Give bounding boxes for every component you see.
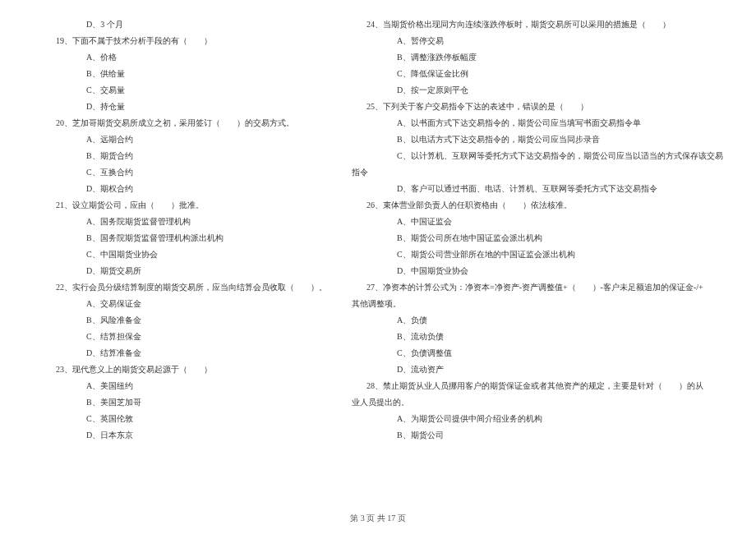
question-line: 23、现代意义上的期货交易起源于（ ） [41, 361, 327, 378]
option-line: D、结算准备金 [41, 345, 327, 361]
option-line: C、英国伦敦 [41, 411, 327, 427]
option-line: B、国务院期货监督管理机构派出机构 [41, 230, 327, 246]
option-line: D、期货交易所 [41, 263, 327, 279]
option-line: D、按一定原则平仓 [352, 82, 723, 99]
option-line: B、调整涨跌停板幅度 [352, 49, 723, 66]
question-line: 26、束体营业部负责人的任职资格由（ ）依法核准。 [352, 197, 723, 214]
page-footer: 第 3 页 共 17 页 [0, 513, 756, 524]
option-line: B、以电话方式下达交易指令的，期货公司应当同步录音 [352, 131, 723, 148]
option-line: D、3 个月 [41, 16, 327, 33]
option-line: D、持仓量 [41, 99, 327, 115]
right-column: 24、当期货价格出现同方向连续涨跌停板时，期货交易所可以采用的措施是（ ）A、暂… [352, 16, 723, 493]
question-line: 27、净资本的计算公式为：净资本=净资产-资产调整值+（ ）-客户未足额追加的保… [352, 279, 723, 296]
option-line: D、日本东京 [41, 427, 327, 444]
question-line: 21、设立期货公司，应由（ ）批准。 [41, 197, 327, 214]
option-line: A、美国纽约 [41, 378, 327, 394]
option-line: B、风险准备金 [41, 312, 327, 329]
question-line: 25、下列关于客户交易指令下达的表述中，错误的是（ ） [352, 99, 723, 115]
option-line: C、降低保证金比例 [352, 66, 723, 82]
question-line: 19、下面不属于技术分析手段的有（ ） [41, 33, 327, 49]
option-line: C、结算担保金 [41, 329, 327, 345]
option-line: C、交易量 [41, 82, 327, 99]
option-line: B、美国芝加哥 [41, 394, 327, 411]
continuation-line: 其他调整项。 [352, 296, 723, 312]
option-line: A、负债 [352, 312, 723, 329]
option-line: C、期货公司营业部所在地的中国证监会派出机构 [352, 246, 723, 263]
option-line: B、期货公司 [352, 427, 723, 444]
option-line: A、为期货公司提供中间介绍业务的机构 [352, 411, 723, 427]
continuation-line: 指令 [352, 164, 723, 181]
page-content: D、3 个月19、下面不属于技术分析手段的有（ ）A、价格B、供给量C、交易量D… [41, 16, 715, 493]
question-line: 22、实行会员分级结算制度的期货交易所，应当向结算会员收取（ ）。 [41, 279, 327, 296]
option-line: C、中国期货业协会 [41, 246, 327, 263]
option-line: C、互换合约 [41, 164, 327, 181]
option-line: B、供给量 [41, 66, 327, 82]
option-line: A、中国证监会 [352, 214, 723, 230]
question-line: 28、禁止期货从业人员挪用客户的期货保证金或者其他资产的规定，主要是针对（ ）的… [352, 378, 723, 394]
question-line: 20、芝加哥期货交易所成立之初，采用签订（ ）的交易方式。 [41, 115, 327, 131]
continuation-line: 业人员提出的。 [352, 394, 723, 411]
option-line: A、价格 [41, 49, 327, 66]
option-line: A、远期合约 [41, 131, 327, 148]
option-line: D、期权合约 [41, 181, 327, 197]
option-line: D、客户可以通过书面、电话、计算机、互联网等委托方式下达交易指令 [352, 181, 723, 197]
option-line: A、暂停交易 [352, 33, 723, 49]
option-line: B、流动负债 [352, 329, 723, 345]
option-line: A、以书面方式下达交易指令的，期货公司应当填写书面交易指令单 [352, 115, 723, 131]
option-line: B、期货合约 [41, 148, 327, 164]
option-line: C、负债调整值 [352, 345, 723, 361]
option-line: A、国务院期货监督管理机构 [41, 214, 327, 230]
option-line: D、中国期货业协会 [352, 263, 723, 279]
option-line: C、以计算机、互联网等委托方式下达交易指令的，期货公司应当以适当的方式保存该交易 [352, 148, 723, 164]
question-line: 24、当期货价格出现同方向连续涨跌停板时，期货交易所可以采用的措施是（ ） [352, 16, 723, 33]
option-line: B、期货公司所在地中国证监会派出机构 [352, 230, 723, 246]
option-line: A、交易保证金 [41, 296, 327, 312]
option-line: D、流动资产 [352, 361, 723, 378]
left-column: D、3 个月19、下面不属于技术分析手段的有（ ）A、价格B、供给量C、交易量D… [41, 16, 327, 493]
